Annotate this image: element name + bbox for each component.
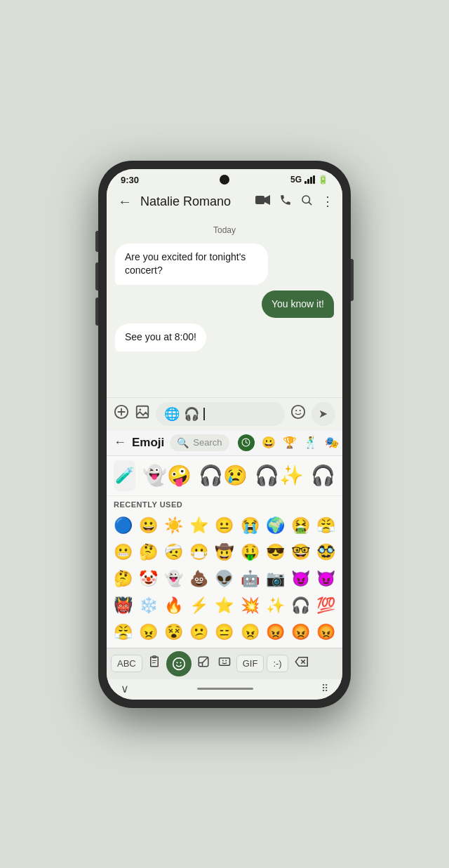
emoji-cowboy[interactable]: 🤠 [213,540,236,565]
suggestion-headphones-sparkle[interactable]: 🎧✨ [255,464,304,487]
emoji-headphones[interactable]: 🎧 [289,593,313,618]
emoji-100[interactable]: 💯 [314,593,338,618]
emoji-grid: 🔵 😀 ☀️ ⭐ 😐 😭 🌍 🤮 😤 😬 🤔 🤕 😷 🤠 🤑 😎 🤓 🥸 🤔 🤡… [107,510,342,648]
emoji-grinning[interactable]: 😀 [136,513,160,538]
phone-screen: 9:30 5G 🔋 ← Natalie Romano [107,169,342,700]
category-smiley-icon[interactable]: 😀 [262,436,276,449]
emoji-clown[interactable]: 🤡 [136,566,160,592]
back-button[interactable]: ← [115,191,135,213]
emoji-keyboard-button[interactable] [166,651,192,676]
volume-up-button[interactable] [95,262,98,291]
emoji-star[interactable]: ⭐ [187,513,211,538]
keyboard-switcher-icon[interactable]: ⠿ [321,683,328,694]
emoji-dizzy[interactable]: 😵 [161,620,185,645]
emoji-angry[interactable]: 😠 [136,620,160,645]
suggestion-headphones-red[interactable]: 🎧 [311,464,335,487]
delete-icon[interactable] [291,653,311,674]
phone-frame: 9:30 5G 🔋 ← Natalie Romano [98,161,351,708]
emoji-picker-icon[interactable] [290,404,306,424]
emoji-neutral[interactable]: 😐 [213,513,236,538]
add-attachment-icon[interactable] [114,404,129,424]
emoji-search-icon: 🔍 [177,437,189,448]
emoji-nausea[interactable]: 🤮 [289,513,313,538]
svg-line-3 [309,202,311,204]
power-button[interactable] [351,259,354,301]
mute-button[interactable] [95,231,98,252]
emoji-snowflake[interactable]: ❄️ [136,593,160,618]
emoji-ghost[interactable]: 👻 [161,566,185,592]
emoji-panel-header: ← Emoji 🔍 Search 😀 🏆 🕺 🎭 [107,430,342,456]
text-input-field[interactable]: 🌐 🎧 [156,402,285,426]
svg-marker-12 [320,410,328,418]
emoji-disguise[interactable]: 🥸 [314,540,338,565]
emoji-devil[interactable]: 😈 [289,566,313,592]
emoji-rage4[interactable]: 😡 [314,620,338,645]
emoji-moneybag[interactable]: 🤑 [238,540,262,565]
svg-rect-7 [137,406,149,418]
emoji-blue-circle[interactable]: 🔵 [111,513,135,538]
search-icon[interactable] [300,194,313,210]
volume-down-button[interactable] [95,298,98,326]
ascii-button[interactable]: :-) [267,655,288,672]
emoji-camera[interactable]: 📷 [263,566,287,592]
emoji-poop[interactable]: 💩 [187,566,211,592]
emoji-rage2[interactable]: 😡 [263,620,287,645]
category-mask-icon[interactable]: 🎭 [325,436,339,449]
emoji-fire[interactable]: 🔥 [161,593,185,618]
emoji-thinking[interactable]: 🤔 [136,540,160,565]
home-indicator [197,688,253,690]
emoji-grimace[interactable]: 😬 [111,540,135,565]
emoji-sparkles[interactable]: ✨ [263,593,287,618]
emoji-search-box[interactable]: 🔍 Search [170,434,229,451]
emoji-sunglasses[interactable]: 😎 [263,540,287,565]
emoji-angry2[interactable]: 😠 [238,620,262,645]
gallery-icon[interactable] [135,404,150,424]
emoji-pouting[interactable]: 😤 [111,620,135,645]
emoji-expressionless[interactable]: 😑 [213,620,236,645]
emoji-crying[interactable]: 😭 [238,513,262,538]
emoji-sun[interactable]: ☀️ [161,513,185,538]
category-recent-icon[interactable] [238,434,255,451]
category-trophy-icon[interactable]: 🏆 [283,436,297,449]
svg-point-8 [139,408,141,410]
emoji-face-icon[interactable] [215,653,234,674]
chat-area: Today Are you excited for tonight's conc… [107,217,342,397]
clipboard-icon[interactable] [145,653,163,674]
emoji-ogre[interactable]: 👹 [111,593,135,618]
emoji-boom[interactable]: 💥 [238,593,262,618]
message-sent-1: You know it! [262,291,334,319]
suggestion-headphones-cry[interactable]: 🎧😢 [199,464,248,487]
suggestion-flask[interactable]: 🧪 [114,460,135,491]
emoji-rage3[interactable]: 😡 [289,620,313,645]
emoji-rage[interactable]: 😤 [314,513,338,538]
svg-point-25 [225,660,227,662]
emoji-lightning[interactable]: ⚡ [187,593,211,618]
emoji-thinking2[interactable]: 🤔 [111,566,135,592]
send-icon[interactable] [311,402,335,426]
keyboard-hide-icon[interactable]: ∨ [121,682,129,695]
message-received-2: See you at 8:00! [115,323,206,352]
category-dance-icon[interactable]: 🕺 [304,436,318,449]
emoji-star2[interactable]: ⭐ [213,593,236,618]
emoji-back-button[interactable]: ← [114,435,126,450]
video-call-icon[interactable] [255,194,271,209]
emoji-alien[interactable]: 👽 [213,566,236,592]
emoji-nerd[interactable]: 🤓 [289,540,313,565]
phone-bottom-bar: ∨ ⠿ [107,679,342,700]
date-label: Today [115,225,334,235]
svg-rect-0 [255,196,264,204]
emoji-confused[interactable]: 😕 [187,620,211,645]
emoji-devil2[interactable]: 😈 [314,566,338,592]
emoji-bandage[interactable]: 🤕 [161,540,185,565]
headphones-emoji-icon: 🎧 [184,406,199,422]
emoji-mask[interactable]: 😷 [187,540,211,565]
phone-call-icon[interactable] [279,194,292,210]
gif-button[interactable]: GIF [236,655,264,672]
emoji-robot[interactable]: 🤖 [238,566,262,592]
abc-button[interactable]: ABC [111,655,142,672]
top-nav: ← Natalie Romano [107,188,342,217]
sticker-icon[interactable] [194,653,213,674]
more-options-icon[interactable]: ⋮ [321,194,334,209]
emoji-globe2[interactable]: 🌍 [263,513,287,538]
suggestion-ghost[interactable]: 👻🤪 [142,464,192,487]
